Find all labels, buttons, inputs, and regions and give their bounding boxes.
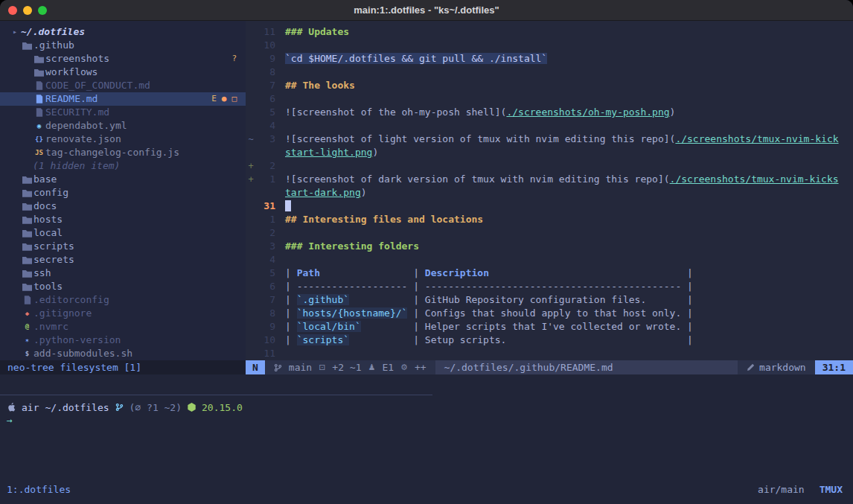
tmux-window-label[interactable]: 1:.dotfiles [7,484,71,495]
tree-item-github[interactable]: .github [0,39,246,52]
line-number: 4 [256,119,275,133]
line-content: ![screenshot of dark version of tmux wit… [285,173,839,186]
editor-line[interactable]: 4 [246,253,853,267]
line-content: | ------------------- | ----------------… [285,280,693,293]
tree-item-label: add-submodules.sh [33,347,132,360]
editor-line[interactable]: 7| `.github` | GitHub Repository configu… [246,293,853,307]
editor-line[interactable]: 5![screenshot of the oh-my-posh shell](.… [246,106,853,119]
neo-tree-sidebar: ▸~/.dotfiles.githubscreenshots?workflows… [0,21,246,360]
line-segment: ./screenshots/tmux-nvim-kicks [670,173,839,185]
tree-item-nvmrc[interactable]: @.nvmrc [0,320,246,334]
editor-line[interactable]: 6 [246,92,853,106]
cursor-position: 31:1 [815,360,853,374]
editor-line[interactable]: ~3![screenshot of light version of tmux … [246,133,853,146]
tree-item-ssh[interactable]: ssh [0,267,246,280]
editor-line[interactable]: 4 [246,119,853,133]
tree-item-label: workflows [45,66,98,79]
node-icon [188,403,196,412]
tree-item-gitignore[interactable]: ◆.gitignore [0,307,246,320]
tree-item-security[interactable]: SECURITY.md [0,106,246,119]
line-number [256,186,275,200]
expander-icon[interactable]: ▸ [9,25,21,39]
tree-item-label: secrets [33,253,74,267]
editor-line[interactable]: +1![screenshot of dark version of tmux w… [246,173,853,186]
editor-buffer[interactable]: 11### Updates 10 9`cd $HOME/.dotfiles &&… [246,21,853,360]
window-title: main:1:.dotfiles - "ks~/.dotfiles" [0,4,853,16]
line-segment: tart-dark.png [285,187,361,198]
tree-item-base[interactable]: base [0,173,246,186]
tree-item-code-of-conduct[interactable]: CODE_OF_CONDUCT.md [0,79,246,92]
line-content: ### Interesting folders [285,240,419,253]
file-icon [33,108,45,117]
editor-line[interactable]: 1## Interesting files and locations [246,213,853,226]
gitsign-none [246,52,256,66]
gitsign-none [246,146,256,159]
editor-line[interactable]: 6| ------------------- | ---------------… [246,280,853,293]
tree-item-hosts[interactable]: hosts [0,213,246,226]
tree-item-editorconfig[interactable]: .editorconfig [0,293,246,307]
tree-item-local[interactable]: local [0,226,246,240]
line-content: start-light.png) [285,146,378,159]
editor-line[interactable]: 11 [246,347,853,360]
minimize-button[interactable] [23,6,32,15]
git-diff-label: +2 ~1 [332,362,361,373]
tree-item-label: .gitignore [33,307,92,320]
tree-item-add-submodules[interactable]: $add-submodules.sh [0,347,246,360]
line-content: ## Interesting files and locations [285,213,483,226]
tree-item-readme[interactable]: README.mdE●□ [0,92,246,106]
tree-item-python-version[interactable]: ✶.python-version [0,334,246,347]
tree-item-hidden-items[interactable]: (1 hidden item) [0,159,246,173]
tree-item-label: hosts [33,213,63,226]
gitsign-change-icon: ~ [246,133,256,146]
tree-item-secrets[interactable]: secrets [0,253,246,267]
gitsign-none [246,267,256,280]
editor-line[interactable]: 8 [246,66,853,79]
line-segment: ## The looks [285,80,355,91]
tree-item-workflows[interactable]: workflows [0,66,246,79]
line-number: 31 [256,200,275,213]
tree-item-root[interactable]: ▸~/.dotfiles [0,25,246,39]
editor-line[interactable]: 9`cd $HOME/.dotfiles && git pull && ./in… [246,52,853,66]
editor-line[interactable]: 8| `hosts/{hostname}/` | Configs that sh… [246,307,853,320]
editor-line[interactable]: +2 [246,159,853,173]
gitsign-none [246,66,256,79]
line-number: 8 [256,307,275,320]
editor-line[interactable]: 5| Path | Description | [246,267,853,280]
tree-item-tools[interactable]: tools [0,280,246,293]
editor-line[interactable]: 2 [246,226,853,240]
tree-item-docs[interactable]: docs [0,200,246,213]
editor-line[interactable]: 9| `local/bin` | Helper scripts that I'v… [246,320,853,334]
tree-item-scripts[interactable]: scripts [0,240,246,253]
gitsign-none [246,106,256,119]
pane-divider [0,395,432,395]
gitsign-none [246,307,256,320]
editor-line[interactable]: 7## The looks [246,79,853,92]
diagnostic-error-badge: E [211,92,217,106]
editor-line[interactable]: tart-dark.png) [246,186,853,200]
tree-item-screenshots[interactable]: screenshots? [0,52,246,66]
editor-line[interactable]: start-light.png) [246,146,853,159]
line-segment: `hosts/{hostname}/` [297,307,408,319]
gitsign-add-icon: + [246,159,256,173]
shell-pane[interactable]: air ~/.dotfiles (⌀ ?1 ~2) 20.15.0 → [0,374,853,479]
tree-item-tag-changelog[interactable]: JStag-changelog-config.js [0,146,246,159]
js-icon: JS [33,146,45,159]
editor-line[interactable]: 10 [246,39,853,52]
zoom-button[interactable] [38,6,47,15]
tree-item-config[interactable]: config [0,186,246,200]
editor-line[interactable]: 11### Updates [246,25,853,39]
editor-line[interactable]: 10| `scripts` | Setup scripts. | [246,334,853,347]
file-icon [33,81,45,90]
line-segment: | [285,294,297,305]
line-number: 6 [256,280,275,293]
gitsign-none [246,226,256,240]
line-content: `cd $HOME/.dotfiles && git pull && ./ins… [285,52,547,66]
tree-item-dependabot[interactable]: ◉dependabot.yml [0,119,246,133]
neotree-statusline: neo-tree filesystem [1] [0,360,246,374]
cursor [285,200,291,211]
tree-item-renovate[interactable]: {}renovate.json [0,133,246,146]
editor-line[interactable]: 31 [246,200,853,213]
tree-item-label: (1 hidden item) [33,159,120,173]
close-button[interactable] [8,6,17,15]
editor-line[interactable]: 3### Interesting folders [246,240,853,253]
